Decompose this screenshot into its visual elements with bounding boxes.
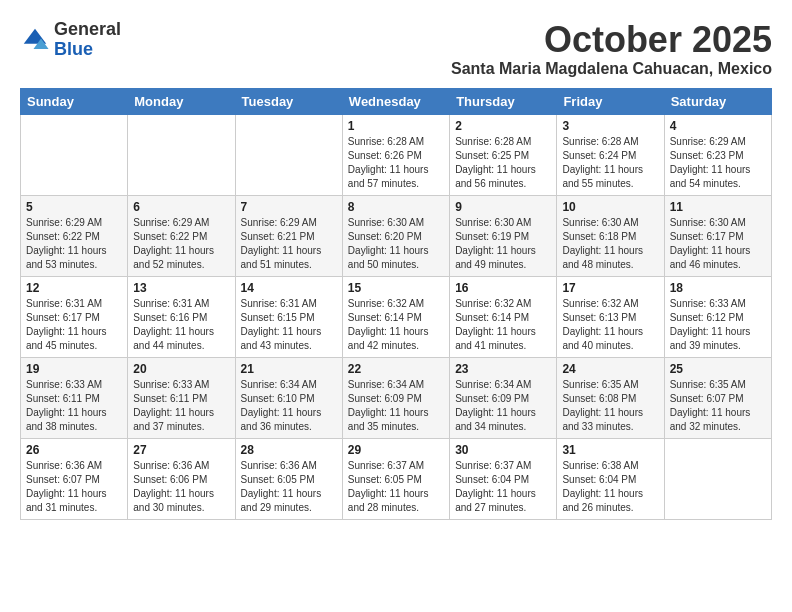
col-wednesday: Wednesday [342, 88, 449, 114]
day-number: 6 [133, 200, 229, 214]
day-info: Sunrise: 6:33 AM Sunset: 6:12 PM Dayligh… [670, 297, 766, 353]
calendar-cell: 25Sunrise: 6:35 AM Sunset: 6:07 PM Dayli… [664, 357, 771, 438]
day-number: 8 [348, 200, 444, 214]
day-number: 29 [348, 443, 444, 457]
day-number: 4 [670, 119, 766, 133]
calendar-cell: 26Sunrise: 6:36 AM Sunset: 6:07 PM Dayli… [21, 438, 128, 519]
day-info: Sunrise: 6:31 AM Sunset: 6:16 PM Dayligh… [133, 297, 229, 353]
calendar-week-4: 19Sunrise: 6:33 AM Sunset: 6:11 PM Dayli… [21, 357, 772, 438]
day-number: 7 [241, 200, 337, 214]
day-number: 3 [562, 119, 658, 133]
day-number: 22 [348, 362, 444, 376]
calendar-cell: 9Sunrise: 6:30 AM Sunset: 6:19 PM Daylig… [450, 195, 557, 276]
month-title: October 2025 [451, 20, 772, 60]
day-number: 27 [133, 443, 229, 457]
calendar-table: Sunday Monday Tuesday Wednesday Thursday… [20, 88, 772, 520]
day-number: 15 [348, 281, 444, 295]
day-number: 23 [455, 362, 551, 376]
day-number: 21 [241, 362, 337, 376]
day-number: 30 [455, 443, 551, 457]
location-title: Santa Maria Magdalena Cahuacan, Mexico [451, 60, 772, 78]
day-number: 28 [241, 443, 337, 457]
col-friday: Friday [557, 88, 664, 114]
day-number: 13 [133, 281, 229, 295]
day-number: 31 [562, 443, 658, 457]
calendar-cell: 8Sunrise: 6:30 AM Sunset: 6:20 PM Daylig… [342, 195, 449, 276]
calendar-cell: 7Sunrise: 6:29 AM Sunset: 6:21 PM Daylig… [235, 195, 342, 276]
day-number: 12 [26, 281, 122, 295]
day-number: 1 [348, 119, 444, 133]
day-info: Sunrise: 6:29 AM Sunset: 6:21 PM Dayligh… [241, 216, 337, 272]
calendar-week-1: 1Sunrise: 6:28 AM Sunset: 6:26 PM Daylig… [21, 114, 772, 195]
calendar-cell: 12Sunrise: 6:31 AM Sunset: 6:17 PM Dayli… [21, 276, 128, 357]
calendar-cell: 27Sunrise: 6:36 AM Sunset: 6:06 PM Dayli… [128, 438, 235, 519]
day-info: Sunrise: 6:30 AM Sunset: 6:17 PM Dayligh… [670, 216, 766, 272]
logo-text: General Blue [54, 20, 121, 60]
calendar-cell: 3Sunrise: 6:28 AM Sunset: 6:24 PM Daylig… [557, 114, 664, 195]
logo: General Blue [20, 20, 121, 60]
calendar-cell: 24Sunrise: 6:35 AM Sunset: 6:08 PM Dayli… [557, 357, 664, 438]
day-info: Sunrise: 6:34 AM Sunset: 6:09 PM Dayligh… [455, 378, 551, 434]
calendar-cell: 29Sunrise: 6:37 AM Sunset: 6:05 PM Dayli… [342, 438, 449, 519]
calendar-cell: 19Sunrise: 6:33 AM Sunset: 6:11 PM Dayli… [21, 357, 128, 438]
day-info: Sunrise: 6:34 AM Sunset: 6:10 PM Dayligh… [241, 378, 337, 434]
day-number: 16 [455, 281, 551, 295]
calendar-cell: 17Sunrise: 6:32 AM Sunset: 6:13 PM Dayli… [557, 276, 664, 357]
calendar-cell: 14Sunrise: 6:31 AM Sunset: 6:15 PM Dayli… [235, 276, 342, 357]
day-number: 19 [26, 362, 122, 376]
day-number: 25 [670, 362, 766, 376]
day-info: Sunrise: 6:36 AM Sunset: 6:06 PM Dayligh… [133, 459, 229, 515]
calendar-cell: 23Sunrise: 6:34 AM Sunset: 6:09 PM Dayli… [450, 357, 557, 438]
day-info: Sunrise: 6:36 AM Sunset: 6:07 PM Dayligh… [26, 459, 122, 515]
day-info: Sunrise: 6:29 AM Sunset: 6:23 PM Dayligh… [670, 135, 766, 191]
calendar-cell: 31Sunrise: 6:38 AM Sunset: 6:04 PM Dayli… [557, 438, 664, 519]
calendar-week-2: 5Sunrise: 6:29 AM Sunset: 6:22 PM Daylig… [21, 195, 772, 276]
day-info: Sunrise: 6:29 AM Sunset: 6:22 PM Dayligh… [26, 216, 122, 272]
calendar-cell: 4Sunrise: 6:29 AM Sunset: 6:23 PM Daylig… [664, 114, 771, 195]
calendar-cell: 16Sunrise: 6:32 AM Sunset: 6:14 PM Dayli… [450, 276, 557, 357]
day-number: 2 [455, 119, 551, 133]
day-info: Sunrise: 6:32 AM Sunset: 6:13 PM Dayligh… [562, 297, 658, 353]
day-info: Sunrise: 6:37 AM Sunset: 6:04 PM Dayligh… [455, 459, 551, 515]
calendar-cell [21, 114, 128, 195]
day-info: Sunrise: 6:33 AM Sunset: 6:11 PM Dayligh… [133, 378, 229, 434]
day-info: Sunrise: 6:32 AM Sunset: 6:14 PM Dayligh… [348, 297, 444, 353]
calendar-cell: 28Sunrise: 6:36 AM Sunset: 6:05 PM Dayli… [235, 438, 342, 519]
calendar-cell: 22Sunrise: 6:34 AM Sunset: 6:09 PM Dayli… [342, 357, 449, 438]
day-number: 9 [455, 200, 551, 214]
calendar-cell: 30Sunrise: 6:37 AM Sunset: 6:04 PM Dayli… [450, 438, 557, 519]
day-info: Sunrise: 6:38 AM Sunset: 6:04 PM Dayligh… [562, 459, 658, 515]
day-number: 5 [26, 200, 122, 214]
day-info: Sunrise: 6:29 AM Sunset: 6:22 PM Dayligh… [133, 216, 229, 272]
day-number: 18 [670, 281, 766, 295]
logo-blue: Blue [54, 40, 121, 60]
day-info: Sunrise: 6:30 AM Sunset: 6:19 PM Dayligh… [455, 216, 551, 272]
col-monday: Monday [128, 88, 235, 114]
day-number: 17 [562, 281, 658, 295]
calendar-cell: 21Sunrise: 6:34 AM Sunset: 6:10 PM Dayli… [235, 357, 342, 438]
day-number: 11 [670, 200, 766, 214]
logo-general: General [54, 20, 121, 40]
day-number: 24 [562, 362, 658, 376]
day-info: Sunrise: 6:35 AM Sunset: 6:07 PM Dayligh… [670, 378, 766, 434]
day-info: Sunrise: 6:37 AM Sunset: 6:05 PM Dayligh… [348, 459, 444, 515]
day-info: Sunrise: 6:31 AM Sunset: 6:17 PM Dayligh… [26, 297, 122, 353]
col-thursday: Thursday [450, 88, 557, 114]
calendar-header-row: Sunday Monday Tuesday Wednesday Thursday… [21, 88, 772, 114]
day-number: 26 [26, 443, 122, 457]
calendar-week-3: 12Sunrise: 6:31 AM Sunset: 6:17 PM Dayli… [21, 276, 772, 357]
calendar-cell: 15Sunrise: 6:32 AM Sunset: 6:14 PM Dayli… [342, 276, 449, 357]
calendar-cell: 13Sunrise: 6:31 AM Sunset: 6:16 PM Dayli… [128, 276, 235, 357]
col-saturday: Saturday [664, 88, 771, 114]
logo-icon [20, 25, 50, 55]
calendar-cell: 2Sunrise: 6:28 AM Sunset: 6:25 PM Daylig… [450, 114, 557, 195]
day-info: Sunrise: 6:35 AM Sunset: 6:08 PM Dayligh… [562, 378, 658, 434]
day-info: Sunrise: 6:30 AM Sunset: 6:18 PM Dayligh… [562, 216, 658, 272]
calendar-week-5: 26Sunrise: 6:36 AM Sunset: 6:07 PM Dayli… [21, 438, 772, 519]
day-info: Sunrise: 6:28 AM Sunset: 6:24 PM Dayligh… [562, 135, 658, 191]
col-tuesday: Tuesday [235, 88, 342, 114]
calendar-cell [235, 114, 342, 195]
calendar-cell [128, 114, 235, 195]
calendar-cell: 10Sunrise: 6:30 AM Sunset: 6:18 PM Dayli… [557, 195, 664, 276]
day-info: Sunrise: 6:32 AM Sunset: 6:14 PM Dayligh… [455, 297, 551, 353]
